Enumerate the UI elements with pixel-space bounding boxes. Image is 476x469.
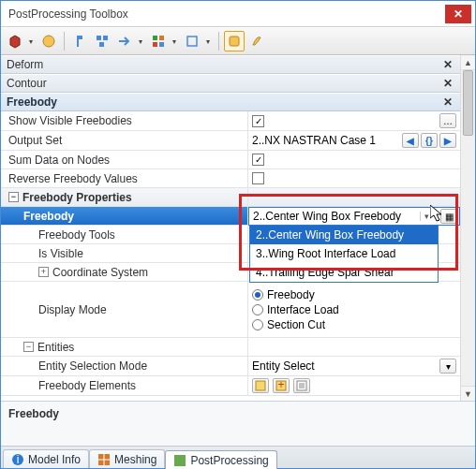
expand-icon[interactable]: + xyxy=(38,267,49,277)
scroll-up-icon[interactable]: ▲ xyxy=(461,55,475,70)
row-display-mode-value: Freebody Interface Load Section Cut xyxy=(248,282,460,338)
pane-area: Deform ✕ Contour ✕ Freebody ✕ Show Visib… xyxy=(1,55,475,401)
property-grid: Show Visible Freebodies ✓ … Output Set 2… xyxy=(1,111,460,396)
row-freebody-value: 2..Center Wing Box Freebody ▾ ▦ 2..Cente… xyxy=(248,207,460,226)
tool-box-icon[interactable] xyxy=(182,31,202,51)
row-display-mode: Display Mode xyxy=(1,282,248,338)
close-button[interactable]: ✕ xyxy=(445,5,471,23)
svg-rect-8 xyxy=(159,42,164,47)
checkbox[interactable] xyxy=(252,172,264,184)
close-icon[interactable]: ✕ xyxy=(441,77,454,90)
vertical-scrollbar[interactable]: ▲ ▼ xyxy=(460,55,475,401)
tool-cube-icon[interactable] xyxy=(5,31,25,51)
pick-button[interactable]: {} xyxy=(421,133,438,148)
prev-button[interactable]: ◀ xyxy=(402,133,419,148)
row-reverse: Reverse Freebody Values xyxy=(1,169,248,188)
category-fb-properties-r xyxy=(248,188,460,207)
value-text: Entity Select xyxy=(252,359,436,373)
svg-rect-23 xyxy=(174,455,186,466)
row-fb-elements: Freebody Elements xyxy=(1,376,248,396)
close-icon[interactable]: ✕ xyxy=(441,58,454,71)
post-icon xyxy=(173,454,186,467)
svg-rect-9 xyxy=(187,37,197,46)
svg-rect-7 xyxy=(153,42,157,47)
more-button[interactable]: … xyxy=(439,113,456,128)
collapse-icon[interactable]: − xyxy=(8,192,19,202)
list-elements-button[interactable] xyxy=(293,378,310,393)
tool-fan-icon[interactable] xyxy=(38,31,59,51)
info-icon: i xyxy=(11,453,24,466)
tab-postprocessing[interactable]: PostProcessing xyxy=(165,450,276,469)
chevron-down-icon[interactable]: ▾ xyxy=(439,359,456,374)
grid-pick-button[interactable]: ▦ xyxy=(440,209,457,224)
tab-label: Meshing xyxy=(114,453,156,466)
description-panel: Freebody xyxy=(1,401,475,446)
add-elements-button[interactable]: + xyxy=(273,378,290,393)
tool-arrow-icon[interactable] xyxy=(114,31,135,51)
titlebar: PostProcessing Toolbox ✕ xyxy=(1,1,475,27)
freebody-combo[interactable]: 2..Center Wing Box Freebody ▾ xyxy=(251,208,435,225)
category-fb-properties[interactable]: − Freebody Properties xyxy=(1,188,248,207)
dropdown-icon[interactable]: ▾ xyxy=(137,37,144,46)
svg-rect-4 xyxy=(99,42,104,47)
row-reverse-value xyxy=(248,169,460,188)
freebody-dropdown: 2..Center Wing Box Freebody 3..Wing Root… xyxy=(249,225,439,283)
svg-rect-10 xyxy=(230,37,239,46)
dropdown-option[interactable]: 4..Trailing Edge Spar Shear xyxy=(250,263,438,282)
dropdown-option[interactable]: 2..Center Wing Box Freebody xyxy=(250,226,438,244)
row-entities-value xyxy=(248,338,460,357)
section-contour[interactable]: Contour ✕ xyxy=(1,74,460,93)
row-show-visible: Show Visible Freebodies xyxy=(1,111,248,131)
tool-grid-icon[interactable] xyxy=(148,31,169,51)
dropdown-icon[interactable]: ▾ xyxy=(171,37,178,46)
pick-elements-button[interactable] xyxy=(252,378,269,393)
row-coord-sys[interactable]: + Coordinate System xyxy=(1,263,248,282)
tool-brush-icon[interactable] xyxy=(246,31,267,51)
dropdown-icon[interactable]: ▾ xyxy=(204,37,212,46)
separator xyxy=(64,32,65,51)
svg-text:i: i xyxy=(17,453,20,466)
row-freebody[interactable]: Freebody xyxy=(1,207,248,226)
svg-rect-5 xyxy=(153,36,157,40)
section-deform[interactable]: Deform ✕ xyxy=(1,55,460,74)
window-root: PostProcessing Toolbox ✕ ▾ ▾ ▾ ▾ Deform … xyxy=(0,0,476,469)
checkbox[interactable]: ✓ xyxy=(252,154,264,166)
svg-rect-2 xyxy=(97,36,101,40)
combo-text: 2..Center Wing Box Freebody xyxy=(253,210,420,223)
toolbar: ▾ ▾ ▾ ▾ xyxy=(1,27,475,55)
scroll-down-icon[interactable]: ▼ xyxy=(461,386,475,401)
tab-label: Model Info xyxy=(28,453,81,466)
svg-rect-3 xyxy=(103,36,108,40)
row-entity-sel-mode-value: Entity Select ▾ xyxy=(248,357,460,376)
chevron-down-icon[interactable]: ▾ xyxy=(420,212,433,221)
tool-lbrace-icon[interactable] xyxy=(69,31,90,51)
tool-wand-icon[interactable] xyxy=(224,31,245,51)
radio-section-cut[interactable]: Section Cut xyxy=(252,318,325,331)
radio-interface-load[interactable]: Interface Load xyxy=(252,303,339,316)
collapse-icon[interactable]: − xyxy=(23,342,34,352)
next-button[interactable]: ▶ xyxy=(439,133,456,148)
svg-marker-0 xyxy=(10,36,20,48)
svg-text:+: + xyxy=(277,380,284,391)
checkbox[interactable]: ✓ xyxy=(252,115,264,127)
dropdown-option[interactable]: 3..Wing Root Interface Load xyxy=(250,244,438,263)
section-label: Deform xyxy=(7,58,441,71)
row-entities[interactable]: − Entities xyxy=(1,338,248,357)
section-label: Contour xyxy=(7,77,441,90)
separator xyxy=(218,32,219,51)
tab-model-info[interactable]: i Model Info xyxy=(3,449,89,468)
row-output-set-value: 2..NX NASTRAN Case 1 ◀ {} ▶ xyxy=(248,131,460,151)
tool-tree-icon[interactable] xyxy=(92,31,112,51)
section-freebody[interactable]: Freebody ✕ xyxy=(1,93,460,111)
bottom-tabs: i Model Info Meshing PostProcessing xyxy=(1,446,475,468)
row-show-visible-value: ✓ … xyxy=(248,111,460,131)
row-fb-tools[interactable]: Freebody Tools xyxy=(1,226,248,244)
tab-meshing[interactable]: Meshing xyxy=(89,449,165,468)
close-icon[interactable]: ✕ xyxy=(441,95,454,109)
dropdown-icon[interactable]: ▾ xyxy=(27,37,35,46)
description-text: Freebody xyxy=(8,407,59,420)
window-title: PostProcessing Toolbox xyxy=(5,7,445,21)
scroll-thumb[interactable] xyxy=(463,70,473,136)
row-is-visible[interactable]: Is Visible xyxy=(1,244,248,263)
radio-freebody[interactable]: Freebody xyxy=(252,288,315,301)
